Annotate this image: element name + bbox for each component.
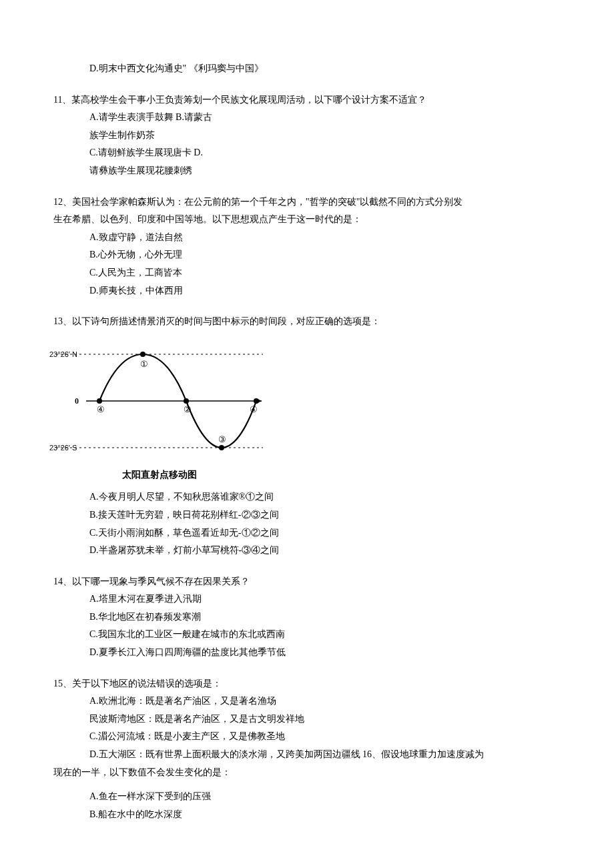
svg-point-8	[140, 352, 145, 357]
q16-option-a: A.鱼在一样水深下受到的压强	[89, 788, 561, 806]
q13-option-b: B.接天莲叶无穷碧，映日荷花别样红-②③之间	[89, 506, 561, 524]
q12-option-a: A.致虚守静，道法自然	[89, 229, 561, 247]
q14-stem: 14、以下哪一现象与季风气候不存在因果关系？	[53, 573, 561, 591]
q12-option-b: B.心外无物，心外无理	[89, 246, 561, 264]
q10-option-d: D.明末中西文化沟通史" 《利玛窦与中国》	[89, 60, 561, 78]
q11-option-a-line1: A.请学生表演手鼓舞 B.请蒙古	[89, 109, 561, 127]
svg-point-10	[219, 445, 224, 450]
q13-option-c: C.天街小雨润如酥，草色遥看近却无-①②之间	[89, 524, 561, 542]
q15-option-c: C.湄公河流域：既是小麦主产区，又是佛教圣地	[89, 728, 561, 746]
q12-option-c: C.人民为主，工商皆本	[89, 264, 561, 282]
svg-point-11	[254, 398, 259, 404]
svg-text:23°26′ N: 23°26′ N	[49, 350, 77, 358]
q11-option-a-line2: 族学生制作奶茶	[89, 127, 561, 145]
q15-option-d-line1: D.五大湖区：既有世界上面积最大的淡水湖，又跨美加两国边疆线 16、假设地球重力…	[89, 746, 561, 764]
q13-figure-caption: 太阳直射点移动图	[49, 466, 270, 484]
q16-option-b: B.船在水中的吃水深度	[89, 806, 561, 824]
solar-declination-chart: 23°26′ N 0 23°26′ S ④ ① ② ③ ④	[49, 338, 270, 464]
svg-text:④: ④	[97, 404, 105, 414]
q15-option-d-line2: 现在的一半，以下数值不会发生变化的是：	[53, 764, 561, 782]
q14-option-b: B.华北地区在初春频发寒潮	[89, 608, 561, 626]
q13-stem: 13、以下诗句所描述情景消灭的时间与图中标示的时间段，对应正确的选项是：	[53, 313, 561, 331]
q11-option-c-line2: 请彝族学生展现花腰刺绣	[89, 162, 561, 180]
svg-point-7	[97, 398, 102, 404]
q13-option-a: A.今夜月明人尽望，不知秋思落谁家®①之间	[89, 488, 561, 506]
q14-option-a: A.塔里木河在夏季进入汛期	[89, 590, 561, 608]
q15-option-b: 民波斯湾地区：既是著名产油区，又是古文明发祥地	[89, 711, 561, 729]
svg-point-9	[184, 398, 189, 404]
q11-stem: 11、某高校学生会干事小王负责筹划一个民族文化展现周活动，以下哪个设计方案不适宜…	[53, 91, 561, 109]
q15-stem: 15、关于以下地区的说法错误的选项是：	[53, 675, 561, 693]
q14-option-d: D.夏季长江入海口四周海疆的盐度比其他季节低	[89, 644, 561, 662]
svg-text:③: ③	[218, 434, 226, 444]
svg-text:0: 0	[75, 396, 79, 406]
q12-stem-line1: 12、美国社会学家帕森斯认为：在公元前的第一个千年之内，"哲学的突破"以截然不同…	[53, 193, 561, 211]
svg-text:23°26′ S: 23°26′ S	[49, 444, 77, 452]
q13-figure: 23°26′ N 0 23°26′ S ④ ① ② ③ ④	[49, 338, 270, 464]
svg-text:②: ②	[184, 404, 192, 414]
svg-text:①: ①	[140, 359, 148, 369]
q15-option-a: A.欧洲北海：既是著名产油区，又是著名渔场	[89, 693, 561, 711]
q11-option-c-line1: C.请朝鲜族学生展现唐卡 D.	[89, 144, 561, 162]
svg-text:④: ④	[250, 404, 258, 414]
q13-option-d: D.半盏屠苏犹未举，灯前小草写桃符-③④之间	[89, 542, 561, 560]
q12-stem-line2: 生在希腊、以色列、印度和中国等地。以下思想观点产生于这一时代的是：	[53, 211, 561, 229]
q14-option-c: C.我国东北的工业区一般建在城市的东北或西南	[89, 626, 561, 644]
q12-option-d: D.师夷长技，中体西用	[89, 282, 561, 300]
